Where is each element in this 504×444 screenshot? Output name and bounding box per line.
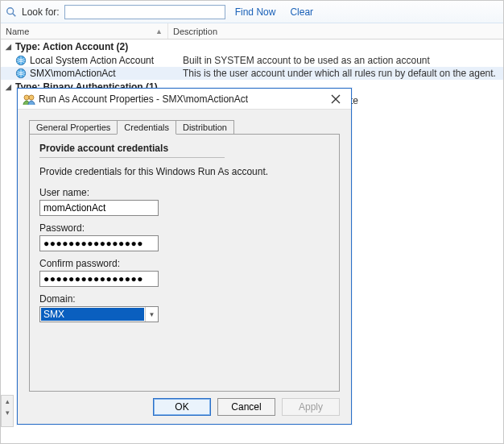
item-name: SMX\momActionAct: [30, 68, 180, 79]
group-title: Type: Action Account (2): [15, 41, 128, 52]
tabstrip: General Properties Credentials Distribut…: [29, 116, 340, 134]
lookfor-input[interactable]: [64, 5, 225, 19]
run-as-account-properties-dialog: Run As Account Properties - SMX\momActio…: [17, 88, 352, 425]
password-field[interactable]: [39, 235, 159, 251]
column-header-name[interactable]: Name ▲: [1, 23, 168, 39]
lookfor-bar: Look for: Find Now Clear: [1, 1, 503, 23]
svg-line-1: [13, 13, 16, 16]
tab-panel-credentials: Provide account credentials Provide cred…: [29, 134, 340, 392]
column-header-name-label: Name: [6, 27, 29, 36]
scroll-down-icon[interactable]: ▾: [2, 407, 13, 418]
confirm-password-label: Confirm password:: [39, 258, 329, 269]
svg-point-5: [29, 95, 34, 100]
hint-text: Provide credentials for this Windows Run…: [39, 166, 329, 177]
scroll-up-icon[interactable]: ▴: [2, 396, 13, 407]
dialog-title: Run As Account Properties - SMX\momActio…: [39, 93, 324, 105]
domain-combobox[interactable]: SMX ▼: [39, 306, 159, 322]
globe-icon: [15, 68, 27, 79]
username-field[interactable]: [39, 200, 159, 216]
item-description: Built in SYSTEM account to be used as an…: [183, 55, 503, 66]
close-button[interactable]: [324, 91, 348, 107]
username-label: User name:: [39, 187, 329, 198]
tab-credentials[interactable]: Credentials: [117, 120, 176, 135]
vertical-scrollbar[interactable]: ▴ ▾: [1, 395, 14, 427]
svg-point-0: [7, 7, 14, 14]
domain-label: Domain:: [39, 293, 329, 305]
sort-indicator-icon: ▲: [155, 27, 163, 35]
globe-icon: [15, 55, 27, 66]
group-row[interactable]: ◢ Type: Action Account (2): [1, 39, 503, 54]
tab-distribution[interactable]: Distribution: [176, 120, 234, 134]
cancel-button[interactable]: Cancel: [217, 398, 275, 416]
column-header-description-label: Description: [173, 27, 217, 36]
svg-point-4: [24, 95, 29, 100]
list-item[interactable]: Local System Action Account Built in SYS…: [1, 54, 503, 67]
properties-icon: [23, 93, 35, 106]
column-header-description[interactable]: Description: [168, 23, 503, 39]
apply-button: Apply: [282, 398, 340, 416]
list-item[interactable]: SMX\momActionAct This is the user accoun…: [1, 67, 503, 80]
dialog-titlebar[interactable]: Run As Account Properties - SMX\momActio…: [18, 89, 351, 110]
search-icon: [6, 6, 17, 18]
item-description: This is the user account under which all…: [183, 68, 503, 79]
find-now-link[interactable]: Find Now: [230, 6, 281, 18]
dialog-button-row: OK Cancel Apply: [18, 392, 351, 424]
tab-general-properties[interactable]: General Properties: [29, 120, 118, 134]
item-name: Local System Action Account: [30, 55, 180, 66]
close-icon: [331, 94, 341, 104]
password-label: Password:: [39, 222, 329, 234]
confirm-password-field[interactable]: [39, 271, 159, 287]
column-headers: Name ▲ Description: [1, 23, 503, 39]
domain-value: SMX: [41, 308, 144, 321]
ok-button[interactable]: OK: [153, 398, 211, 416]
dialog-body: General Properties Credentials Distribut…: [18, 110, 351, 392]
chevron-down-icon[interactable]: ▼: [145, 307, 158, 322]
clear-link[interactable]: Clear: [285, 6, 318, 18]
section-heading: Provide account credentials: [39, 143, 225, 158]
lookfor-label: Look for:: [22, 6, 60, 18]
expander-icon[interactable]: ◢: [4, 83, 12, 91]
expander-icon[interactable]: ◢: [4, 43, 12, 51]
